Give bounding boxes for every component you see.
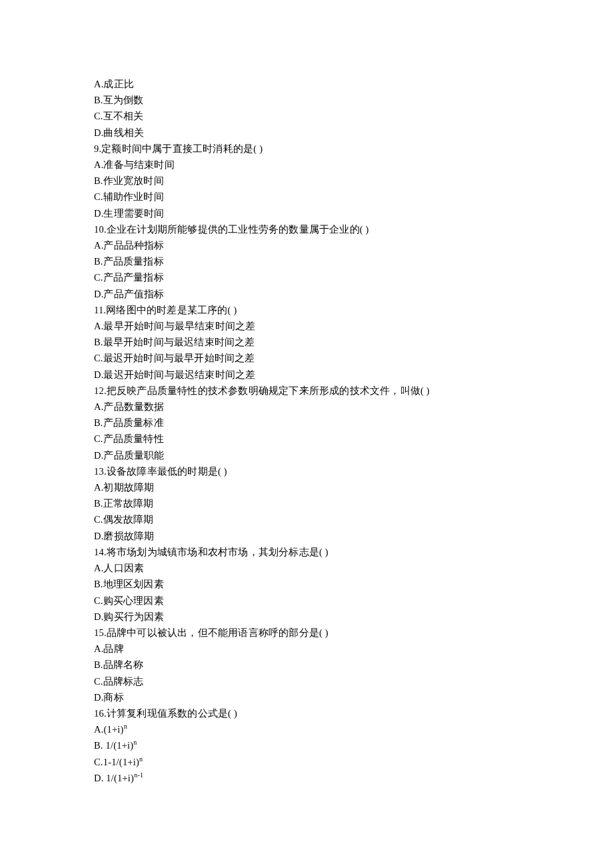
text-line: B.产品质量标准	[94, 415, 520, 431]
text-line: A.产品数量数据	[94, 399, 520, 415]
text-line: B.最早开始时间与最迟结束时间之差	[94, 334, 520, 350]
text-line: 12.把反映产品质量特性的技术参数明确规定下来所形成的技术文件，叫做( )	[94, 383, 520, 399]
text-line: 9.定额时间中属于直接工时消耗的是( )	[94, 141, 520, 157]
text-line: C.辅助作业时间	[94, 189, 520, 205]
text-line: D. 1/(1+i)n-1	[94, 770, 520, 786]
text-line: A.品牌	[94, 641, 520, 657]
text-line: D.产品产值指标	[94, 286, 520, 302]
text-line: C.购买心理因素	[94, 593, 520, 609]
text-line: D.购买行为因素	[94, 609, 520, 625]
text-line: D.产品质量职能	[94, 447, 520, 463]
text-line: D.曲线相关	[94, 125, 520, 141]
text-line: C.互不相关	[94, 108, 520, 124]
text-line: C.最迟开始时间与最早开始时间之差	[94, 350, 520, 366]
text-line: A.准备与结束时间	[94, 157, 520, 173]
text-line: B.产品质量指标	[94, 253, 520, 269]
text-line: C.品牌标志	[94, 673, 520, 689]
text-line: A.最早开始时间与最早结束时间之差	[94, 318, 520, 334]
text-line: A.人口因素	[94, 560, 520, 576]
text-line: D.磨损故障期	[94, 528, 520, 544]
text-line: B.正常故障期	[94, 495, 520, 511]
text-line: 14.将市场划为城镇市场和农村市场，其划分标志是( )	[94, 544, 520, 560]
text-line: 15.品牌中可以被认出，但不能用语言称呼的部分是( )	[94, 625, 520, 641]
text-line: A.初期故障期	[94, 479, 520, 495]
text-line: B. 1/(1+i)n	[94, 737, 520, 753]
text-line: C.产品产量指标	[94, 269, 520, 285]
text-line: C.产品质量特性	[94, 431, 520, 447]
text-line: B.地理区划因素	[94, 576, 520, 592]
text-line: D.最迟开始时间与最迟结束时间之差	[94, 367, 520, 383]
document-page: A.成正比 B.互为倒数 C.互不相关 D.曲线相关 9.定额时间中属于直接工时…	[0, 0, 520, 786]
text-line: D.商标	[94, 689, 520, 705]
text-line: C.偶发故障期	[94, 511, 520, 527]
text-line: 16.计算复利现值系数的公式是( )	[94, 705, 520, 721]
text-line: C.1-1/(1+i)n	[94, 754, 520, 770]
text-line: B.互为倒数	[94, 92, 520, 108]
text-line: B.品牌名称	[94, 657, 520, 673]
text-line: 11.网络图中的时差是某工序的( )	[94, 302, 520, 318]
text-line: 10.企业在计划期所能够提供的工业性劳务的数量属于企业的( )	[94, 221, 520, 237]
text-line: A.产品品种指标	[94, 237, 520, 253]
text-line: A.成正比	[94, 76, 520, 92]
text-line: D.生理需要时间	[94, 205, 520, 221]
text-line: B.作业宽放时间	[94, 173, 520, 189]
text-line: A.(1+i)n	[94, 721, 520, 737]
text-line: 13.设备故障率最低的时期是( )	[94, 463, 520, 479]
